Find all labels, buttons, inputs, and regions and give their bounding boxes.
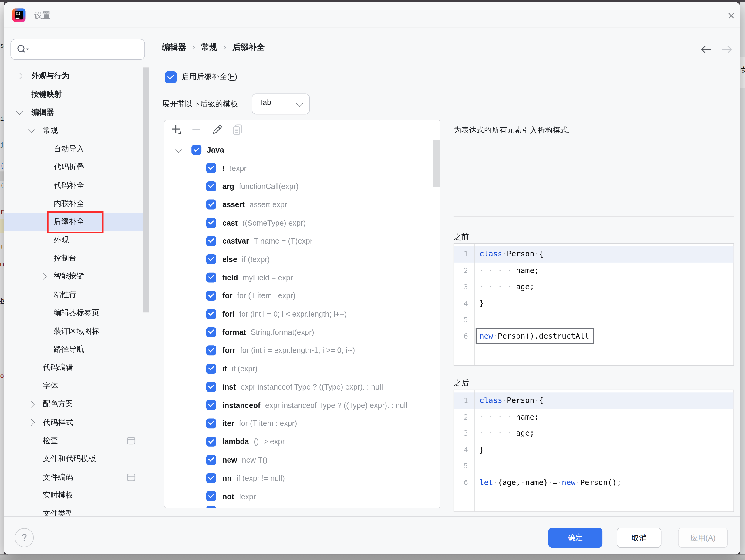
checkbox-checked[interactable] (206, 163, 216, 173)
template-row-lambda[interactable]: lambda() -> expr (164, 433, 440, 451)
apply-button[interactable]: 应用(A) (678, 528, 728, 548)
checkbox-checked[interactable] (206, 382, 216, 392)
sidebar-item-文件编码[interactable]: 文件编码 (4, 468, 149, 486)
chevron-right-icon[interactable] (28, 419, 35, 426)
sidebar-item-路径导航[interactable]: 路径导航 (4, 340, 149, 359)
help-button[interactable]: ? (15, 528, 34, 547)
template-row-assert[interactable]: assertassert expr (164, 196, 440, 214)
search-box[interactable] (10, 39, 145, 60)
sidebar-item-装订区域图标[interactable]: 装订区域图标 (4, 322, 149, 340)
checkbox-checked[interactable] (206, 400, 216, 410)
breadcrumb-item-1[interactable]: 常规 (201, 43, 218, 52)
template-row-format[interactable]: formatString.format(expr) (164, 323, 440, 341)
templates-toolbar (164, 120, 440, 139)
template-row-for[interactable]: forfor (T item : expr) (164, 287, 440, 305)
template-row-field[interactable]: fieldmyField = expr (164, 269, 440, 287)
template-row-iter[interactable]: iterfor (T item : expr) (164, 415, 440, 433)
checkbox-checked[interactable] (206, 436, 216, 447)
checkbox-checked[interactable] (191, 145, 201, 155)
checkbox-checked[interactable] (206, 491, 216, 501)
checkbox-checked[interactable] (206, 473, 216, 483)
sidebar-item-代码编辑[interactable]: 代码编辑 (4, 359, 149, 377)
back-arrow-icon[interactable] (700, 44, 713, 55)
template-row-if[interactable]: ifif (expr) (164, 360, 440, 378)
cancel-button[interactable]: 取消 (617, 528, 661, 548)
chevron-down-icon[interactable] (175, 146, 182, 153)
sidebar-item-外观与行为[interactable]: 外观与行为 (4, 67, 149, 85)
close-icon[interactable]: ✕ (724, 8, 738, 23)
checkbox-checked[interactable] (206, 236, 216, 246)
template-description: myField = expr (243, 274, 293, 282)
expand-key-dropdown[interactable]: Tab (252, 93, 310, 114)
tree-group-row[interactable]: Java (164, 141, 440, 159)
checkbox-checked[interactable] (206, 254, 216, 264)
checkbox-checked[interactable] (206, 218, 216, 228)
background-text-fragment: ( (0, 182, 4, 189)
duplicate-template-button[interactable] (231, 123, 244, 136)
sidebar-item-内联补全[interactable]: 内联补全 (4, 195, 149, 213)
sidebar-item-常规[interactable]: 常规 (4, 122, 149, 140)
checkbox-checked[interactable] (206, 309, 216, 319)
sidebar-item-实时模板[interactable]: 实时模板 (4, 486, 149, 504)
breadcrumb-item-0[interactable]: 编辑器 (162, 43, 186, 52)
sidebar-item-智能按键[interactable]: 智能按键 (4, 268, 149, 286)
search-input[interactable] (32, 41, 142, 57)
template-row-instanceof[interactable]: instanceofexpr instanceof Type ? ((Type)… (164, 396, 440, 415)
chevron-right-icon[interactable] (16, 72, 23, 79)
template-row-else[interactable]: elseif (!expr) (164, 251, 440, 269)
template-row-![interactable]: !!expr (164, 159, 440, 177)
chevron-down-icon[interactable] (28, 127, 35, 133)
sidebar-item-label: 文件类型 (43, 509, 73, 516)
sidebar-item-编辑器[interactable]: 编辑器 (4, 103, 149, 122)
ok-button[interactable]: 确定 (548, 528, 603, 548)
add-template-button[interactable] (169, 123, 183, 136)
template-row-castvar[interactable]: castvarT name = (T)expr (164, 232, 440, 251)
sidebar-item-自动导入[interactable]: 自动导入 (4, 140, 149, 158)
template-row-not[interactable]: not!expr (164, 488, 440, 506)
sidebar-scrollbar-thumb[interactable] (143, 67, 149, 312)
template-label: forrfor (int i = expr.length-1; i >= 0; … (222, 347, 355, 355)
sidebar-item-外观[interactable]: 外观 (4, 231, 149, 250)
template-row-forr[interactable]: forrfor (int i = expr.length-1; i >= 0; … (164, 341, 440, 360)
checkbox-checked[interactable] (206, 291, 216, 301)
template-row-new[interactable]: newnew T() (164, 451, 440, 469)
checkbox-cutoff[interactable] (206, 506, 216, 508)
sidebar-item-粘性行[interactable]: 粘性行 (4, 286, 149, 304)
sidebar-item-检查[interactable]: 检查 (4, 432, 149, 450)
checkbox-checked[interactable] (206, 455, 216, 465)
template-description: T name = (T)expr (254, 237, 313, 245)
sidebar-item-代码折叠[interactable]: 代码折叠 (4, 158, 149, 176)
checkbox-checked[interactable] (206, 364, 216, 374)
chevron-down-icon[interactable] (16, 108, 23, 115)
template-row-inst[interactable]: instexpr instanceof Type ? ((Type) expr)… (164, 378, 440, 396)
sidebar-item-编辑器标签页[interactable]: 编辑器标签页 (4, 304, 149, 322)
templates-scrollbar-thumb[interactable] (433, 139, 441, 187)
enable-postfix-checkbox[interactable] (165, 71, 177, 83)
checkbox-checked[interactable] (206, 327, 216, 337)
edit-template-button[interactable] (210, 123, 224, 136)
template-row-arg[interactable]: argfunctionCall(expr) (164, 177, 440, 196)
template-row-cast[interactable]: cast((SomeType) expr) (164, 214, 440, 232)
remove-template-button[interactable] (190, 123, 203, 136)
sidebar-item-配色方案[interactable]: 配色方案 (4, 395, 149, 414)
checkbox-checked[interactable] (206, 345, 216, 356)
chevron-right-icon[interactable] (40, 273, 46, 280)
tool-window-badge-icon (127, 437, 135, 444)
forward-arrow-icon[interactable] (720, 44, 734, 55)
sidebar-item-代码样式[interactable]: 代码样式 (4, 414, 149, 432)
sidebar-item-文件和代码模板[interactable]: 文件和代码模板 (4, 450, 149, 468)
sidebar-item-代码补全[interactable]: 代码补全 (4, 176, 149, 194)
whitespace-dots: · (535, 250, 539, 259)
sidebar-item-控制台[interactable]: 控制台 (4, 250, 149, 268)
checkbox-checked[interactable] (206, 182, 216, 191)
breadcrumb-item-2[interactable]: 后缀补全 (232, 43, 265, 52)
template-row-nn[interactable]: nnif (expr != null) (164, 469, 440, 488)
template-row-fori[interactable]: forifor (int i = 0; i < expr.length; i++… (164, 305, 440, 323)
sidebar-item-按键映射[interactable]: 按键映射 (4, 85, 149, 103)
checkbox-checked[interactable] (206, 200, 216, 209)
checkbox-checked[interactable] (206, 418, 216, 428)
sidebar-item-字体[interactable]: 字体 (4, 377, 149, 395)
chevron-right-icon[interactable] (28, 401, 35, 407)
checkbox-checked[interactable] (206, 272, 216, 283)
sidebar-item-文件类型[interactable]: 文件类型 (4, 504, 149, 516)
